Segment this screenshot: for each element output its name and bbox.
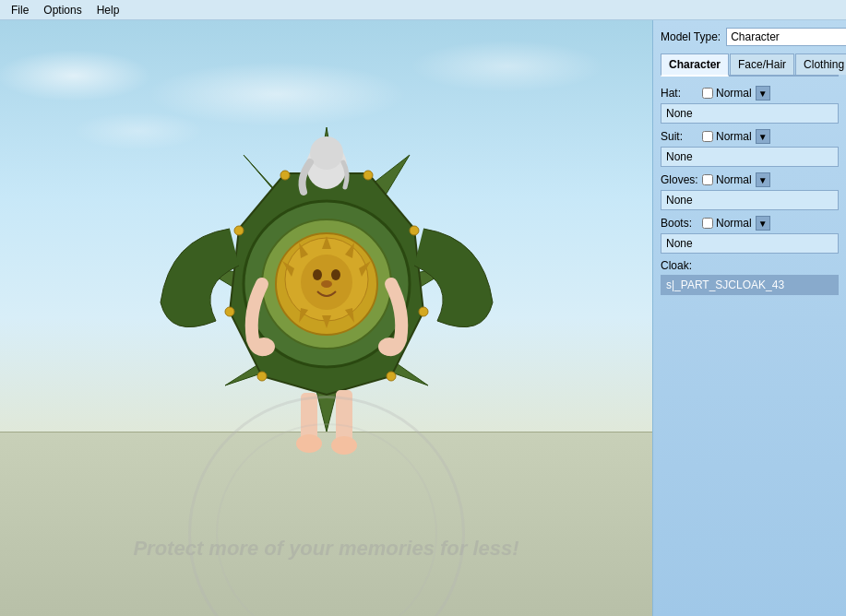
gloves-row: Gloves: Normal ▼ bbox=[661, 172, 839, 187]
gloves-normal: Normal bbox=[716, 173, 752, 186]
hat-row: Hat: Normal ▼ bbox=[661, 86, 839, 101]
svg-point-26 bbox=[310, 136, 343, 170]
tab-clothing[interactable]: Clothing bbox=[795, 53, 846, 75]
gloves-section: Gloves: Normal ▼ None bbox=[661, 172, 839, 210]
suit-normal: Normal bbox=[716, 130, 752, 143]
svg-point-33 bbox=[280, 171, 290, 180]
model-type-input[interactable] bbox=[726, 28, 846, 46]
cloak-section: Cloak: s|_PART_SJCLOAK_43 bbox=[661, 259, 839, 295]
gloves-checkbox[interactable] bbox=[702, 174, 713, 185]
tabs-row: Character Face/Hair Clothing bbox=[661, 53, 839, 77]
svg-point-14 bbox=[313, 269, 322, 280]
suit-row: Suit: Normal ▼ bbox=[661, 129, 839, 144]
menu-help[interactable]: Help bbox=[89, 2, 127, 18]
svg-point-15 bbox=[331, 269, 340, 280]
boots-row: Boots: Normal ▼ bbox=[661, 216, 839, 231]
model-type-label: Model Type: bbox=[661, 30, 721, 43]
tab-face-hair[interactable]: Face/Hair bbox=[730, 53, 794, 75]
suit-label: Suit: bbox=[661, 130, 702, 143]
cloak-value[interactable]: s|_PART_SJCLOAK_43 bbox=[661, 275, 839, 295]
svg-point-16 bbox=[321, 280, 332, 288]
suit-checkbox[interactable] bbox=[702, 131, 713, 142]
cloak-row: Cloak: bbox=[661, 259, 839, 272]
svg-point-31 bbox=[253, 338, 275, 356]
svg-point-34 bbox=[363, 171, 373, 180]
suit-dropdown[interactable]: ▼ bbox=[756, 129, 770, 144]
tab-character[interactable]: Character bbox=[661, 53, 729, 77]
svg-point-37 bbox=[387, 372, 396, 381]
hat-label: Hat: bbox=[661, 87, 702, 100]
menu-options[interactable]: Options bbox=[36, 2, 89, 18]
boots-section: Boots: Normal ▼ None bbox=[661, 216, 839, 254]
hat-checkbox[interactable] bbox=[702, 88, 713, 99]
svg-point-35 bbox=[410, 226, 419, 235]
watermark: Protect more of your memories for less! bbox=[0, 524, 652, 561]
boots-label: Boots: bbox=[661, 217, 702, 230]
gloves-dropdown[interactable]: ▼ bbox=[756, 172, 770, 187]
right-panel: Model Type: Character Face/Hair Clothing… bbox=[652, 20, 846, 616]
boots-normal: Normal bbox=[716, 217, 752, 230]
svg-point-36 bbox=[419, 307, 428, 316]
svg-point-40 bbox=[234, 226, 244, 235]
model-type-row: Model Type: bbox=[661, 28, 839, 46]
menu-file[interactable]: File bbox=[4, 2, 36, 18]
gloves-label: Gloves: bbox=[661, 173, 702, 186]
clothing-panel: Hat: Normal ▼ None Suit: Normal ▼ None bbox=[661, 86, 839, 609]
hat-section: Hat: Normal ▼ None bbox=[661, 86, 839, 124]
boots-value[interactable]: None bbox=[661, 233, 839, 254]
hat-dropdown[interactable]: ▼ bbox=[756, 86, 770, 101]
boots-checkbox[interactable] bbox=[702, 218, 713, 229]
main-layout: Protect more of your memories for less! … bbox=[0, 20, 846, 616]
hat-normal: Normal bbox=[716, 87, 752, 100]
viewport: Protect more of your memories for less! bbox=[0, 20, 652, 616]
svg-point-32 bbox=[378, 338, 400, 356]
hat-value[interactable]: None bbox=[661, 103, 839, 124]
cloak-label: Cloak: bbox=[661, 259, 702, 272]
menu-bar: File Options Help bbox=[0, 0, 846, 20]
svg-point-38 bbox=[257, 372, 267, 381]
gloves-value[interactable]: None bbox=[661, 190, 839, 210]
suit-value[interactable]: None bbox=[661, 147, 839, 167]
boots-dropdown[interactable]: ▼ bbox=[756, 216, 770, 231]
suit-section: Suit: Normal ▼ None bbox=[661, 129, 839, 167]
svg-point-39 bbox=[225, 307, 234, 316]
